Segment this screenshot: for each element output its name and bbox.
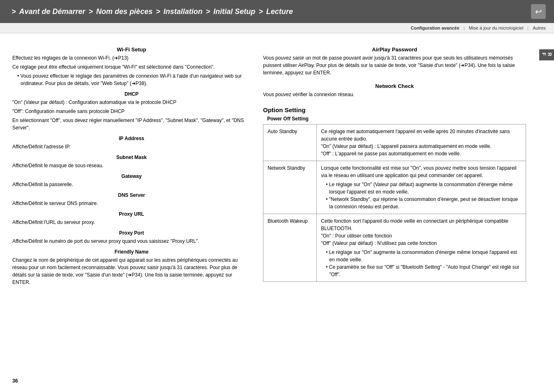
wifi-setup-text2: Ce réglage peut être effectué uniquement… xyxy=(12,63,251,71)
dns-server-heading: DNS Server xyxy=(12,192,251,198)
dhcp-heading: DHCP xyxy=(12,91,251,97)
airplay-password-text: Vous pouvez saisir un mot de passe pouva… xyxy=(263,54,526,76)
proxy-url-heading: Proxy URL xyxy=(12,211,251,217)
nav-sep-4: > xyxy=(259,7,263,16)
nav-item-initial-setup[interactable]: Initial Setup xyxy=(213,7,255,16)
bluetooth-wakeup-label: Bluetooth Wakeup xyxy=(263,214,317,282)
bluetooth-wakeup-bullet-2: Ce paramètre se fixe sur "Off" si "Bluet… xyxy=(324,263,522,278)
bluetooth-wakeup-text: Cette fonction sort l'appareil du mode v… xyxy=(321,218,508,246)
dns-server-text: Affiche/Définit le serveur DNS primaire. xyxy=(12,200,251,207)
page-number: 36 xyxy=(12,378,18,384)
nav-item-installation[interactable]: Installation xyxy=(164,7,203,16)
airplay-password-heading: AirPlay Password xyxy=(263,46,526,53)
proxy-port-heading: Proxy Port xyxy=(12,230,251,236)
nav-item-lecture[interactable]: Lecture xyxy=(266,7,293,16)
nav-sep-1: > xyxy=(89,7,93,16)
nav-item-avant[interactable]: Avant de Démarrer xyxy=(19,7,85,16)
back-button[interactable]: ↩ xyxy=(531,4,546,19)
dhcp-text1: "On" (Valeur par défaut) : Configuration… xyxy=(12,99,251,106)
right-column: AirPlay Password Vous pouvez saisir un m… xyxy=(263,42,526,288)
table-row-network-standby: Network Standby Lorsque cette fonctionna… xyxy=(263,161,526,214)
ip-address-text: Affiche/Définit l'adresse IP. xyxy=(12,143,251,150)
wifi-setup-bullet: Vous pouvez effectuer le réglage des par… xyxy=(16,72,251,87)
nav-item-nom[interactable]: Nom des pièces xyxy=(96,7,152,16)
dhcp-text2: "Off": Configuration manuelle sans proto… xyxy=(12,108,251,115)
network-standby-label: Network Standby xyxy=(263,161,317,214)
network-check-heading: Network Check xyxy=(263,83,526,89)
left-column: Wi-Fi Setup Effectuez les réglages de la… xyxy=(12,42,251,288)
gateway-text: Affiche/Définit la passerelle. xyxy=(12,181,251,188)
power-off-setting-heading: Power Off Setting xyxy=(263,116,526,122)
network-standby-text: Lorsque cette fonctionnalité est mise su… xyxy=(321,165,517,178)
table-row-auto-standby: Auto Standby Ce réglage met automatiquem… xyxy=(263,125,526,161)
power-off-settings-table: Auto Standby Ce réglage met automatiquem… xyxy=(263,124,526,282)
network-standby-bullet-2: "Network Standby", qui réprime la consom… xyxy=(324,196,522,210)
subnet-mask-heading: Subnet Mask xyxy=(12,154,251,160)
nav-bar: > Avant de Démarrer > Nom des pièces > I… xyxy=(0,0,554,23)
main-content: Wi-Fi Setup Effectuez les réglages de la… xyxy=(0,33,554,296)
sub-nav: Configuration avancée | Mise à jour du m… xyxy=(0,23,554,33)
nav-prefix: > xyxy=(12,7,16,16)
wifi-setup-text1: Effectuez les réglages de la connexion W… xyxy=(12,54,251,62)
friendly-name-heading: Friendly Name xyxy=(12,249,251,255)
nav-sep-3: > xyxy=(206,7,210,16)
option-setting-heading: Option Setting xyxy=(263,106,526,113)
language-badge: FR xyxy=(539,49,554,60)
bluetooth-wakeup-description: Cette fonction sort l'appareil du mode v… xyxy=(317,214,526,282)
ip-address-heading: IP Address xyxy=(12,136,251,141)
nav-sep-2: > xyxy=(156,7,160,16)
subnet-mask-text: Affiche/Définit le masque de sous-réseau… xyxy=(12,162,251,169)
sub-nav-firmware[interactable]: Mise à jour du micrologiciel xyxy=(469,25,524,30)
gateway-heading: Gateway xyxy=(12,173,251,179)
table-row-bluetooth-wakeup: Bluetooth Wakeup Cette fonction sort l'a… xyxy=(263,214,526,282)
wifi-setup-heading: Wi-Fi Setup xyxy=(12,46,251,53)
auto-standby-label: Auto Standby xyxy=(263,125,317,161)
friendly-name-text: Changez le nom de périphérique de cet ap… xyxy=(12,256,251,286)
network-check-text: Vous pouvez vérifier la connexion réseau… xyxy=(263,91,526,98)
bluetooth-wakeup-bullet-1: Le réglage sur "On" augmente la consomma… xyxy=(324,249,522,263)
auto-standby-text: Ce réglage met automatiquement l'apparei… xyxy=(321,129,510,157)
proxy-url-text: Affiche/Définit l'URL du serveur proxy. xyxy=(12,219,251,226)
sub-nav-autres[interactable]: Autres xyxy=(533,25,546,30)
network-standby-description: Lorsque cette fonctionnalité est mise su… xyxy=(317,161,526,214)
proxy-port-text: Affiche/Définit le numéro de port du ser… xyxy=(12,238,251,245)
sub-nav-config[interactable]: Configuration avancée xyxy=(411,25,459,30)
auto-standby-description: Ce réglage met automatiquement l'apparei… xyxy=(317,125,526,161)
network-standby-bullet-1: Le réglage sur "On" (Valeur par défaut) … xyxy=(324,181,522,196)
dhcp-text3: En sélectionnant "Off", vous devez régle… xyxy=(12,117,251,131)
